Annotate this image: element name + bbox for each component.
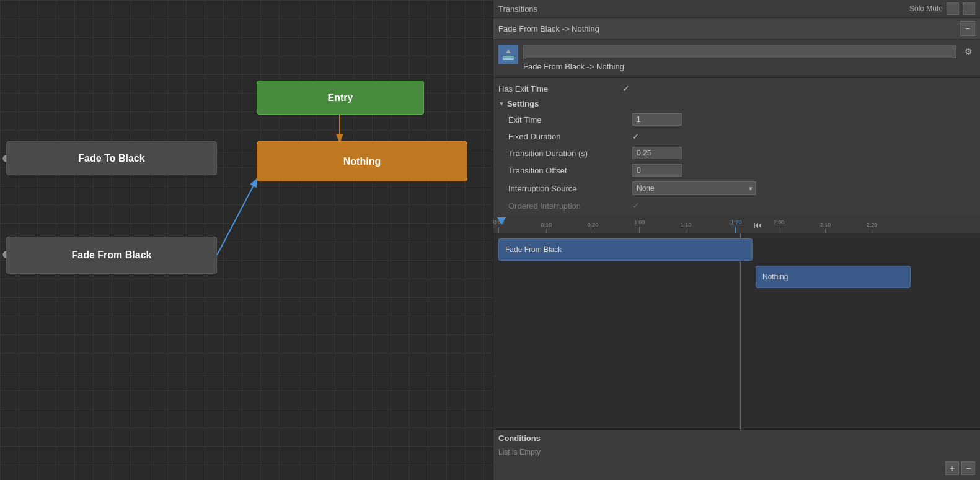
- mute-button[interactable]: [963, 2, 975, 15]
- exit-time-label: Exit Time: [508, 115, 632, 124]
- playhead-icon: [497, 217, 506, 225]
- transition-duration-input[interactable]: [632, 147, 682, 159]
- transition-duration-row: Transition Duration (s): [498, 144, 975, 162]
- fixed-duration-row: Fixed Duration ✓: [498, 128, 975, 144]
- node-fade-to-black[interactable]: Fade To Black: [6, 141, 217, 175]
- has-exit-time-row: Has Exit Time ✓: [498, 81, 975, 97]
- ruler-mark-110: 1:10: [686, 229, 686, 233]
- inspector-content: Fade From Black -> Nothing: [523, 45, 956, 72]
- ruler-mark-200: 2:00: [779, 227, 779, 233]
- remove-transition-button[interactable]: −: [960, 21, 975, 36]
- transition-duration-label: Transition Duration (s): [508, 149, 632, 158]
- add-condition-button[interactable]: +: [945, 461, 959, 475]
- inspector-title: Fade From Black -> Nothing: [523, 61, 956, 72]
- node-fade-from-black-label: Fade From Black: [72, 250, 152, 261]
- svg-line-1: [217, 180, 257, 255]
- ruler-mark-120: |1:20: [735, 227, 736, 233]
- remove-condition-button[interactable]: −: [961, 461, 975, 475]
- track-block-nothing[interactable]: Nothing: [756, 266, 911, 288]
- properties-area: Has Exit Time ✓ ▼ Settings Exit Time Fix…: [493, 78, 980, 216]
- timeline-track-content: Fade From Black Nothing: [493, 233, 980, 429]
- transition-offset-label: Transition Offset: [508, 166, 632, 175]
- solo-mute-label: Solo Mute: [909, 4, 943, 13]
- conditions-area: Conditions List is Empty + −: [493, 429, 980, 480]
- panel-header: Transitions Solo Mute: [493, 0, 980, 18]
- solo-button[interactable]: [947, 2, 959, 15]
- track-row-fade-from-black: Fade From Black: [498, 238, 975, 263]
- skip-to-end-icon[interactable]: ⏮: [754, 220, 762, 230]
- interruption-source-select[interactable]: None Current State Next State Current St…: [632, 181, 756, 195]
- ruler-mark-220: 2:20: [872, 229, 872, 233]
- node-fade-to-black-label: Fade To Black: [78, 153, 144, 164]
- has-exit-time-check[interactable]: ✓: [622, 84, 630, 94]
- ruler-mark-010: 0:10: [546, 229, 547, 233]
- timeline-ruler: 0:00 0:10 0:20 1:00: [493, 216, 980, 233]
- gear-button[interactable]: ⚙: [961, 45, 975, 58]
- ordered-interruption-row: Ordered Interruption ✓: [498, 198, 975, 214]
- ordered-interruption-label: Ordered Interruption: [508, 201, 632, 211]
- timeline-area: 0:00 0:10 0:20 1:00: [493, 216, 980, 429]
- svg-rect-5: [503, 58, 514, 60]
- track-label-fade-from-black: Fade From Black: [505, 245, 562, 254]
- node-entry-label: Entry: [328, 92, 353, 103]
- settings-section-label: Settings: [507, 99, 539, 108]
- settings-section-header[interactable]: ▼ Settings: [498, 97, 975, 111]
- transition-item-label: Fade From Black -> Nothing: [498, 24, 955, 33]
- ruler-mark-020: 0:20: [593, 229, 593, 233]
- interruption-source-row: Interruption Source None Current State N…: [498, 179, 975, 198]
- conditions-header: Conditions: [498, 434, 975, 443]
- node-nothing[interactable]: Nothing: [257, 141, 467, 181]
- ruler-mark-210: 2:10: [825, 229, 826, 233]
- timeline-tracks: Fade From Black Nothing: [493, 233, 980, 295]
- transition-offset-input[interactable]: [632, 164, 682, 177]
- header-buttons: Solo Mute: [909, 2, 975, 15]
- transition-offset-row: Transition Offset: [498, 162, 975, 179]
- exit-time-row: Exit Time: [498, 111, 975, 128]
- animator-canvas: Entry Nothing Fade To Black Fade From Bl…: [0, 0, 493, 480]
- transition-item[interactable]: Fade From Black -> Nothing −: [493, 18, 980, 40]
- fixed-duration-label: Fixed Duration: [508, 132, 632, 141]
- track-row-nothing: Nothing: [498, 266, 975, 290]
- conditions-footer: + −: [498, 459, 975, 476]
- node-nothing-label: Nothing: [343, 156, 381, 167]
- inspector-search-input[interactable]: [523, 45, 956, 58]
- ordered-interruption-check[interactable]: ✓: [632, 201, 640, 211]
- svg-rect-4: [503, 56, 514, 58]
- has-exit-time-label: Has Exit Time: [498, 84, 622, 94]
- inspector-panel: Transitions Solo Mute Fade From Black ->…: [493, 0, 980, 480]
- ruler-marks: 0:00 0:10 0:20 1:00: [493, 216, 980, 233]
- ruler-mark-0: 0:00: [498, 227, 499, 233]
- track-block-fade-from-black[interactable]: Fade From Black: [498, 238, 753, 261]
- panel-title: Transitions: [498, 4, 537, 14]
- fixed-duration-check[interactable]: ✓: [632, 131, 640, 141]
- inspector-section: Fade From Black -> Nothing ⚙: [493, 40, 980, 78]
- settings-triangle-icon: ▼: [498, 100, 505, 107]
- node-entry[interactable]: Entry: [257, 81, 424, 115]
- inspector-icon: [498, 45, 518, 64]
- conditions-empty-text: List is Empty: [498, 445, 975, 459]
- ruler-mark-100: 1:00: [639, 227, 640, 233]
- interruption-source-label: Interruption Source: [508, 184, 632, 193]
- track-label-nothing: Nothing: [762, 273, 788, 281]
- node-fade-from-black[interactable]: Fade From Black: [6, 237, 217, 274]
- exit-time-input[interactable]: [632, 113, 682, 126]
- interruption-source-dropdown-wrapper: None Current State Next State Current St…: [632, 181, 756, 195]
